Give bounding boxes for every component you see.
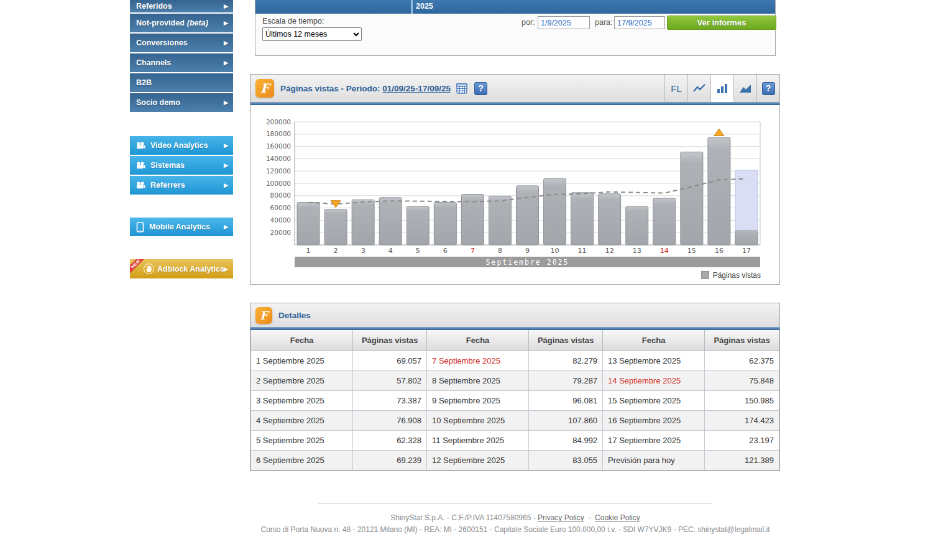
detail-value-cell: 107.860 — [529, 410, 603, 430]
toolbar-help-button[interactable]: ? — [756, 75, 779, 102]
privacy-policy-link[interactable]: Privacy Policy — [538, 513, 584, 522]
sidebar-item-referrers[interactable]: Referrers▶ — [130, 176, 233, 195]
sidebar-item-label: Not-provided — [136, 19, 185, 27]
detail-date-cell: 10 Septiembre 2025 — [427, 410, 529, 430]
svg-text:17: 17 — [742, 247, 751, 255]
sidebar-item-label: Sistemas — [150, 161, 185, 170]
detail-value-cell: 69.239 — [353, 450, 427, 470]
svg-text:11: 11 — [578, 247, 587, 255]
detail-value-cell: 174.423 — [705, 410, 779, 430]
legend-swatch — [701, 271, 709, 279]
svg-text:100000: 100000 — [266, 180, 291, 187]
pageviews-panel: F Páginas vistas - Periodo: 01/09/25-17/… — [250, 74, 780, 285]
detail-value-cell: 23.197 — [705, 430, 779, 450]
detail-date-cell: 11 Septiembre 2025 — [427, 430, 529, 450]
beta-suffix: (beta) — [187, 19, 208, 27]
sidebar-item-label: Referrers — [150, 181, 185, 190]
detail-date-cell: 12 Septiembre 2025 — [427, 450, 529, 470]
sidebar-item-socio-demo[interactable]: Socio demo▶ — [130, 93, 233, 112]
svg-text:20000: 20000 — [270, 229, 291, 236]
svg-text:12: 12 — [605, 247, 614, 255]
cookie-policy-link[interactable]: Cookie Policy — [595, 513, 640, 522]
chevron-right-icon: ▶ — [224, 40, 228, 46]
table-row: 5 Septiembre 202562.32811 Septiembre 202… — [251, 430, 779, 450]
sidebar-item-conversiones[interactable]: Conversiones▶ — [130, 34, 233, 52]
detail-date-cell: Previsión para hoy — [603, 450, 705, 470]
table-row: 3 Septiembre 202573.3879 Septiembre 2025… — [251, 390, 779, 410]
detail-value-cell: 69.057 — [353, 351, 427, 370]
detail-date-cell: 15 Septiembre 2025 — [603, 390, 705, 410]
sidebar-item-channels[interactable]: Channels▶ — [130, 53, 233, 72]
svg-text:180000: 180000 — [266, 130, 291, 137]
sidebar-item-video-analytics[interactable]: Video Analytics▶ — [130, 136, 233, 155]
time-scale-select[interactable]: Últimos 12 meses — [262, 27, 362, 41]
details-panel-title: Detalles — [278, 311, 311, 320]
svg-text:3: 3 — [361, 247, 365, 255]
detail-value-cell: 82.279 — [529, 351, 603, 370]
to-date-input[interactable] — [614, 16, 665, 29]
title-prefix: Páginas vistas - Periodo: — [280, 84, 380, 93]
sidebar-item-label: Video Analytics — [150, 141, 208, 150]
detail-value-cell: 62.375 — [705, 351, 779, 370]
details-column-header: Páginas vistas — [353, 330, 427, 351]
pageviews-panel-title: Páginas vistas - Periodo: 01/09/25-17/09… — [280, 84, 451, 93]
sidebar-item-mobile-analytics[interactable]: Mobile Analytics ▶ — [130, 218, 233, 236]
calendar-icon[interactable] — [456, 83, 467, 94]
detail-value-cell: 73.387 — [353, 390, 427, 410]
view-reports-button[interactable]: Ver informes — [667, 16, 776, 30]
from-date-input[interactable] — [538, 16, 590, 29]
detail-value-cell: 83.055 — [529, 450, 603, 470]
detail-date-cell: 2 Septiembre 2025 — [251, 370, 353, 390]
footer-line2: Corso di Porta Nuova n. 48 - 20121 Milan… — [250, 525, 781, 534]
detail-date-cell: 8 Septiembre 2025 — [427, 370, 529, 390]
timeline-year-strip: 2025 — [255, 0, 775, 14]
period-link[interactable]: 01/09/25-17/09/25 — [382, 84, 451, 93]
svg-text:10: 10 — [551, 247, 559, 255]
details-panel-header: F Detalles — [250, 303, 779, 327]
flash-mode-button[interactable]: FL — [664, 75, 687, 102]
from-label: por: — [521, 18, 535, 27]
sidebar-item-sistemas[interactable]: Sistemas▶ — [130, 156, 233, 175]
sidebar-item-label: Channels — [136, 58, 171, 67]
sidebar-item-label: Mobile Analytics — [149, 223, 210, 231]
chart-help-icon[interactable]: ? — [474, 82, 487, 95]
chevron-right-icon: ▶ — [224, 60, 228, 66]
footer-line1: ShinyStat S.p.A. - C.F./P.IVA 1140758096… — [250, 513, 781, 522]
svg-text:15: 15 — [687, 247, 696, 255]
sidebar-item-label: Adblock Analytics — [157, 265, 224, 273]
svg-text:4: 4 — [388, 247, 393, 255]
svg-text:140000: 140000 — [266, 155, 291, 162]
detail-date-cell: 9 Septiembre 2025 — [427, 390, 529, 410]
svg-text:9: 9 — [525, 247, 530, 255]
chart-legend: Páginas vistas — [250, 271, 779, 280]
line-chart-button[interactable] — [687, 75, 710, 102]
sidebar-item-referidos[interactable]: Referidos▶ — [130, 0, 233, 12]
detail-value-cell: 96.081 — [529, 390, 603, 410]
footer-company: ShinyStat S.p.A. - C.F./P.IVA 1140758096… — [390, 513, 538, 522]
bar-chart-button[interactable] — [710, 75, 733, 102]
pageviews-panel-header: F Páginas vistas - Periodo: 01/09/25-17/… — [250, 75, 779, 102]
svg-text:13: 13 — [633, 247, 641, 255]
detail-date-cell: 5 Septiembre 2025 — [251, 430, 353, 450]
svg-text:5: 5 — [416, 247, 420, 255]
sidebar-item-b2b[interactable]: B2B — [130, 73, 233, 92]
sidebar-item-adblock-analytics[interactable]: NEW Adblock Analytics ▶ — [130, 259, 233, 278]
detail-date-cell: 1 Septiembre 2025 — [251, 351, 353, 370]
panel-divider — [250, 102, 779, 105]
svg-text:80000: 80000 — [270, 191, 291, 199]
area-chart-button[interactable] — [733, 75, 756, 102]
sidebar-video-group: Video Analytics▶Sistemas▶Referrers▶ — [130, 136, 233, 195]
help-icon: ? — [762, 82, 775, 95]
svg-text:2: 2 — [334, 247, 338, 255]
detail-date-cell: 4 Septiembre 2025 — [251, 410, 353, 430]
details-panel: F Detalles FechaPáginas vistasFechaPágin… — [250, 303, 780, 471]
sidebar-main-group: Referidos▶Not-provided(beta)▶Conversione… — [130, 0, 233, 112]
svg-text:160000: 160000 — [266, 142, 291, 150]
timeline-tick — [411, 0, 413, 14]
sidebar-item-not-provided[interactable]: Not-provided(beta)▶ — [130, 14, 233, 32]
details-column-header: Fecha — [251, 330, 353, 351]
svg-text:7: 7 — [471, 247, 475, 255]
video-camera-icon — [136, 181, 145, 189]
svg-text:16: 16 — [715, 247, 724, 255]
legend-label: Páginas vistas — [713, 271, 761, 280]
